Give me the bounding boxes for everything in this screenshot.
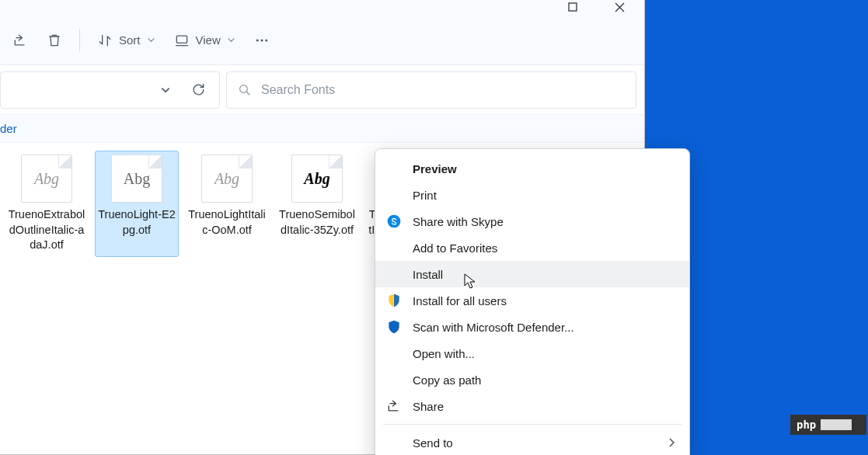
context-menu-item[interactable]: Install — [375, 261, 689, 287]
context-menu-item[interactable]: Open with... — [375, 340, 689, 366]
blank-icon — [385, 371, 403, 388]
chevron-right-icon — [668, 438, 675, 447]
search-placeholder: Search Fonts — [261, 83, 335, 97]
refresh-icon — [191, 82, 206, 97]
svg-point-3 — [260, 39, 263, 41]
context-menu-label: Install for all users — [413, 294, 507, 307]
context-menu: PreviewPrintShare with SkypeAdd to Favor… — [375, 148, 690, 455]
search-icon — [238, 83, 252, 97]
share-icon — [12, 33, 28, 48]
context-menu-label: Open with... — [413, 347, 475, 360]
context-menu-item[interactable]: Print — [375, 182, 689, 208]
file-item[interactable]: AbgTruenoExtraboldOutlineItalic-adaJ.otf — [5, 151, 89, 257]
font-thumbnail: Abg — [21, 155, 72, 203]
blank-icon — [385, 345, 403, 362]
svg-point-2 — [256, 39, 258, 41]
recent-locations-button[interactable] — [152, 77, 179, 103]
watermark-tag — [821, 419, 852, 430]
watermark-text: php — [797, 419, 816, 431]
shield-yellow-icon — [385, 292, 403, 309]
svg-rect-0 — [569, 3, 577, 11]
close-button[interactable] — [596, 0, 643, 14]
context-menu-label: Preview — [413, 162, 457, 175]
view-label: View — [196, 33, 221, 47]
context-menu-label: Send to — [413, 436, 453, 450]
separator — [79, 29, 80, 52]
context-menu-label: Install — [413, 268, 443, 281]
context-menu-label: Print — [413, 189, 437, 202]
svg-rect-1 — [176, 36, 186, 43]
chevron-down-icon — [147, 36, 155, 44]
font-sample: Abg — [304, 170, 329, 188]
context-menu-label: Add to Favorites — [413, 241, 497, 255]
share-icon — [385, 398, 403, 415]
font-thumbnail: Abg — [201, 155, 253, 203]
font-thumbnail: Abg — [111, 155, 162, 203]
file-name: TruenoSemiboldItalic-35Zy.otf — [277, 207, 357, 238]
context-menu-item[interactable]: Preview — [375, 155, 689, 182]
titlebar — [0, 0, 644, 16]
file-item[interactable]: AbgTruenoLight-E2pg.otf — [95, 151, 179, 257]
context-menu-item[interactable]: Share with Skype — [375, 208, 689, 234]
context-menu-item[interactable]: Install for all users — [375, 287, 689, 314]
navigation-row: Search Fonts — [0, 65, 644, 115]
chevron-down-icon — [160, 85, 171, 96]
context-menu-separator — [383, 424, 682, 425]
context-menu-label: Share with Skype — [413, 215, 504, 228]
more-icon — [254, 33, 270, 48]
blank-icon — [385, 239, 403, 256]
share-button[interactable] — [5, 25, 36, 56]
file-name: TruenoLightItalic-OoM.otf — [187, 207, 267, 238]
maximize-icon — [568, 2, 577, 12]
command-bar: Sort View — [0, 16, 644, 65]
sort-icon — [97, 33, 113, 48]
context-menu-item[interactable]: Share — [375, 393, 689, 419]
svg-point-4 — [265, 39, 267, 41]
file-name: TruenoExtraboldOutlineItalic-adaJ.otf — [7, 207, 86, 253]
font-sample: Abg — [124, 170, 150, 188]
maximize-button[interactable] — [549, 0, 596, 14]
context-menu-item[interactable]: Add to Favorites — [375, 234, 689, 261]
sort-button[interactable]: Sort — [89, 25, 163, 56]
font-thumbnail: Abg — [291, 155, 343, 203]
breadcrumb[interactable]: der — [0, 115, 644, 143]
breadcrumb-tail: der — [0, 122, 22, 135]
context-menu-item[interactable]: Send to — [375, 429, 689, 455]
font-sample: Abg — [214, 170, 239, 188]
watermark: php — [790, 415, 866, 435]
context-menu-label: Share — [413, 400, 444, 413]
file-name: TruenoLight-E2pg.otf — [97, 207, 176, 238]
chevron-down-icon — [227, 36, 235, 44]
skype-icon — [385, 213, 403, 230]
trash-icon — [47, 33, 62, 48]
address-bar[interactable] — [0, 71, 220, 109]
file-item[interactable]: AbgTruenoSemiboldItalic-35Zy.otf — [275, 151, 359, 257]
blank-icon — [385, 434, 403, 451]
blank-icon — [385, 160, 403, 177]
search-input[interactable]: Search Fonts — [226, 71, 636, 109]
blank-icon — [385, 266, 403, 283]
font-sample: Abg — [34, 170, 59, 188]
sort-label: Sort — [119, 33, 141, 47]
context-menu-item[interactable]: Copy as path — [375, 366, 689, 393]
delete-button[interactable] — [39, 25, 70, 56]
refresh-button[interactable] — [185, 77, 211, 103]
context-menu-item[interactable]: Scan with Microsoft Defender... — [375, 314, 689, 340]
blank-icon — [385, 186, 403, 203]
context-menu-label: Copy as path — [413, 373, 481, 387]
shield-blue-icon — [385, 318, 403, 335]
more-button[interactable] — [246, 25, 277, 56]
view-icon — [174, 33, 190, 48]
context-menu-label: Scan with Microsoft Defender... — [413, 321, 574, 334]
close-icon — [615, 2, 625, 12]
view-button[interactable]: View — [166, 25, 243, 56]
file-item[interactable]: AbgTruenoLightItalic-OoM.otf — [185, 151, 269, 257]
minimize-button[interactable] — [503, 0, 549, 14]
